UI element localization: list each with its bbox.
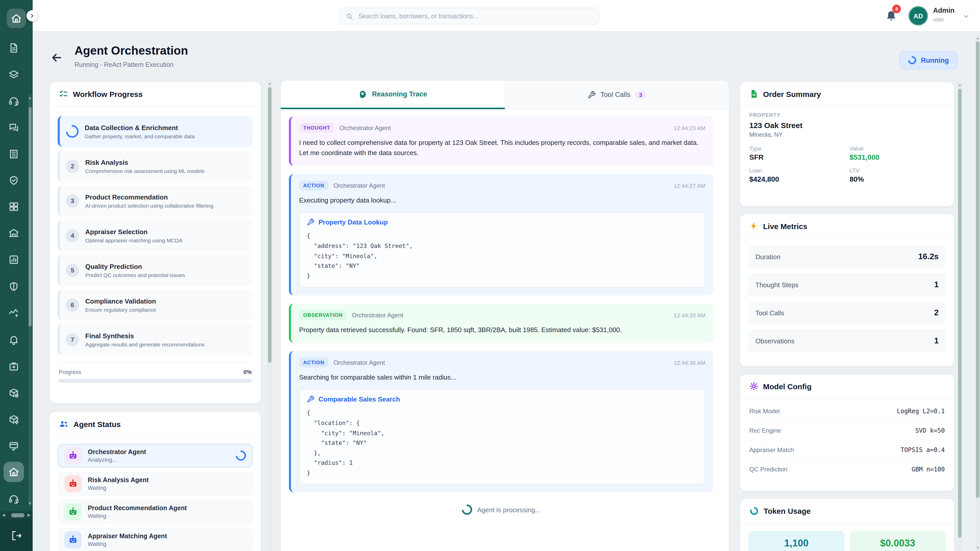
sidebar-item-package-history[interactable]: [8, 387, 19, 399]
logout-button[interactable]: [10, 530, 22, 542]
medkit-icon: [8, 361, 19, 372]
tab-reasoning-trace[interactable]: Reasoning Trace: [281, 81, 504, 109]
sidebar-item-layers[interactable]: [8, 69, 19, 81]
agent-row-risk[interactable]: Risk Analysis AgentWaiting: [58, 472, 253, 495]
chevron-right-icon: [29, 13, 35, 19]
workflow-progress-panel: Workflow Progress Data Collection & Enri…: [49, 82, 261, 403]
trace-list: THOUGHT Orchestrator Agent 12:44:23 AM I…: [281, 109, 729, 515]
step-number: 2: [66, 159, 79, 173]
trace-panel: Reasoning Trace Tool Calls 3 THOUGHT Orc…: [280, 80, 729, 551]
spinner-icon: [63, 122, 81, 140]
global-search[interactable]: [339, 8, 599, 24]
scroll-down-icon[interactable]: ▼: [28, 502, 32, 505]
left-column-scrollbar[interactable]: ▲: [267, 80, 272, 551]
sidebar-item-approvals[interactable]: [8, 440, 19, 451]
entry-timestamp: 12:44:23 AM: [674, 125, 705, 131]
sidebar-item-helpdesk[interactable]: [8, 493, 19, 505]
sidebar-item-messages[interactable]: [8, 122, 19, 133]
sidebar-item-orchestration-active[interactable]: [3, 462, 24, 482]
step-number: 3: [66, 194, 79, 207]
entry-body: I need to collect comprehensive data for…: [299, 138, 705, 159]
scrollbar-thumb[interactable]: [958, 89, 962, 538]
sidebar-scrollbar[interactable]: ▲ ▼: [29, 95, 32, 506]
sidebar-item-apps[interactable]: [8, 201, 19, 212]
avatar[interactable]: AD: [908, 6, 928, 25]
activity-icon: [8, 307, 19, 318]
back-button[interactable]: [50, 51, 63, 64]
workflow-step-3[interactable]: 3 Product RecommendationAI-driven produc…: [58, 185, 253, 216]
live-metrics-panel: Live Metrics Duration16.2s Thought Steps…: [740, 214, 955, 367]
trace-tabs: Reasoning Trace Tool Calls 3: [281, 81, 729, 109]
right-column-scrollbar[interactable]: ▲: [958, 82, 962, 551]
headset-icon: [8, 95, 19, 106]
sidebar-item-toolkit[interactable]: [8, 361, 19, 372]
workflow-step-5[interactable]: 5 Quality PredictionPredict QC outcomes …: [58, 254, 253, 286]
page-title: Agent Orchestration: [75, 44, 188, 58]
scroll-down-icon[interactable]: ▼: [976, 546, 980, 549]
gear-icon: [749, 382, 759, 391]
scroll-left-icon[interactable]: ◀: [2, 513, 5, 518]
token-count: 1,100: [748, 530, 845, 551]
sidebar-item-home[interactable]: [6, 9, 26, 28]
scroll-up-icon[interactable]: ▲: [28, 96, 32, 100]
tool-calls-count-badge: 3: [635, 91, 646, 99]
workflow-step-6[interactable]: 6 Compliance ValidationEnsure regulatory…: [58, 289, 253, 321]
entry-type-badge: OBSERVATION: [299, 310, 347, 320]
metric-thought-steps: Thought Steps1: [748, 273, 946, 296]
step-number: 4: [66, 229, 79, 242]
tab-tool-calls[interactable]: Tool Calls 3: [504, 81, 729, 109]
sidebar-item-activity[interactable]: [8, 307, 19, 318]
sidebar-item-documents[interactable]: [8, 42, 19, 54]
panel-title: Agent Status: [73, 420, 121, 428]
agent-row-product[interactable]: Product Recommendation AgentWaiting: [58, 500, 253, 524]
wrench-icon: [307, 219, 314, 226]
scroll-up-icon[interactable]: ▲: [268, 82, 272, 85]
field-ltv: LTV80%: [850, 167, 945, 183]
sidebar-item-support[interactable]: [8, 95, 19, 106]
agent-row-appraiser[interactable]: Appraiser Matching AgentWaiting: [58, 528, 253, 551]
scroll-up-icon[interactable]: ▲: [958, 83, 962, 87]
token-ring-icon: [749, 506, 759, 516]
config-risk-model: Risk ModelLogReg L2=0.1: [749, 402, 945, 421]
panel-title: Token Usage: [764, 507, 811, 515]
shield-icon: [8, 281, 19, 292]
tool-call-card: Comparable Sales Search { "location": { …: [299, 389, 705, 485]
sidebar-item-analytics[interactable]: [8, 254, 19, 265]
sidebar-item-package-settings[interactable]: [8, 414, 19, 425]
scroll-right-icon[interactable]: ▶: [27, 513, 30, 518]
user-menu-button[interactable]: [963, 13, 970, 20]
wrench-icon: [588, 91, 596, 99]
checklist-icon: [59, 89, 68, 99]
sidebar-scrollbar-thumb[interactable]: [29, 107, 32, 327]
progress-bar: [59, 379, 251, 383]
panel-title: Workflow Progress: [73, 90, 143, 98]
trace-entry-observation: OBSERVATION Orchestrator Agent 12:44:33 …: [289, 303, 714, 343]
scroll-up-icon[interactable]: ▲: [976, 36, 980, 40]
page-subtitle: Running - ReAct Pattern Execution: [75, 61, 173, 68]
sidebar: ▲ ▼ ◀ ▶: [0, 0, 33, 551]
sidebar-horizontal-scrollbar[interactable]: ◀ ▶: [0, 511, 33, 519]
workflow-step-1[interactable]: Data Collection & EnrichmentGather prope…: [58, 116, 253, 147]
workflow-step-2[interactable]: 2 Risk AnalysisComprehensive risk assess…: [58, 151, 253, 182]
sidebar-item-properties[interactable]: [8, 227, 19, 239]
agent-row-orchestrator[interactable]: Orchestrator AgentAnalyzing...: [58, 444, 253, 467]
step-number: 7: [66, 333, 79, 346]
sidebar-hscrollbar-thumb[interactable]: [11, 513, 24, 517]
entry-type-badge: ACTION: [299, 181, 328, 191]
page-scrollbar[interactable]: ▲ ▼: [975, 35, 980, 551]
entry-agent: Orchestrator Agent: [352, 311, 403, 319]
sidebar-expand-button[interactable]: [27, 10, 38, 21]
scrollbar-thumb[interactable]: [268, 87, 272, 363]
field-type: TypeSFR: [749, 145, 845, 161]
workflow-step-4[interactable]: 4 Appraiser SelectionOptimal appraiser m…: [58, 220, 253, 251]
sidebar-item-notifications[interactable]: [8, 334, 19, 345]
wrench-icon: [307, 395, 314, 403]
search-input[interactable]: [357, 12, 593, 20]
sidebar-item-compliance[interactable]: [8, 175, 19, 186]
sidebar-item-security[interactable]: [8, 281, 19, 292]
spinner-icon: [234, 448, 248, 463]
property-address: 123 Oak Street: [749, 121, 945, 130]
scrollbar-thumb[interactable]: [976, 41, 980, 498]
sidebar-item-company[interactable]: [8, 148, 19, 160]
workflow-step-7[interactable]: 7 Final SynthesisAggregate results and g…: [58, 324, 253, 355]
